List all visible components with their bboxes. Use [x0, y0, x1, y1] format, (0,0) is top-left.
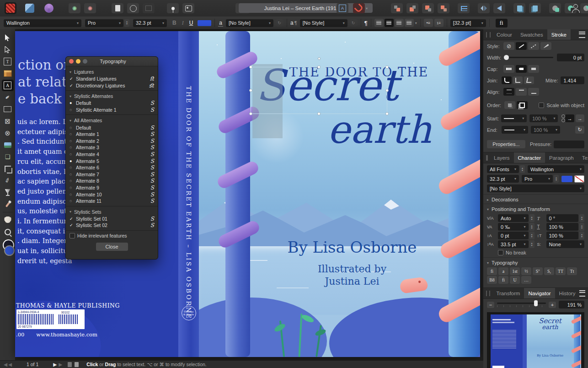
last-page-icon[interactable]: ▶ — [59, 362, 62, 367]
typography-feature-button[interactable]: S, — [544, 267, 554, 275]
node-tool[interactable] — [2, 44, 14, 55]
pen-tool[interactable]: ✒ — [2, 92, 14, 103]
font-size-select[interactable]: 32.3 pt — [133, 19, 167, 27]
arrow-end-button[interactable]: → — [576, 114, 584, 122]
selection-handle[interactable] — [385, 65, 389, 69]
zoom-out-button[interactable]: − — [487, 302, 494, 308]
v-scale-field[interactable]: 100 % — [546, 232, 579, 239]
snapping-magnet-icon[interactable] — [353, 3, 365, 13]
font-collection-select[interactable]: All Fonts — [487, 165, 519, 173]
tab-colour[interactable]: Colour — [492, 29, 516, 40]
place-image-tool[interactable] — [2, 139, 14, 151]
designer-app-icon[interactable] — [24, 2, 36, 14]
alternate-option[interactable]: ○Alternate 11S — [66, 198, 158, 205]
zoom-slider-knob[interactable] — [534, 300, 538, 306]
selection-handle[interactable] — [317, 65, 321, 69]
alternate-option[interactable]: ○Alternate 4S — [66, 151, 158, 158]
alternate-option[interactable]: ●Alternate 5S — [66, 157, 158, 164]
alignment-more-chevron[interactable]: ▾ — [415, 21, 417, 25]
cover-illustrated-by[interactable]: Illustrated by — [261, 263, 444, 275]
typography-feature-button[interactable]: ½ — [521, 267, 531, 275]
selection-bounding-box[interactable] — [251, 67, 387, 114]
move-forward-icon[interactable] — [406, 3, 418, 13]
vector-crop-tool[interactable] — [2, 163, 14, 174]
join-round-button[interactable] — [502, 76, 512, 84]
width-slider-knob[interactable] — [504, 55, 509, 60]
align-left-button[interactable] — [374, 19, 384, 27]
selection-handle[interactable] — [249, 89, 252, 92]
cover-author[interactable]: By Lisa Osborne — [261, 238, 444, 256]
alignment-icon[interactable] — [458, 3, 470, 13]
colour-picker-tool[interactable] — [2, 199, 14, 210]
underline-button[interactable]: U — [189, 20, 193, 26]
text-flow-icon[interactable]: A — [337, 3, 348, 13]
stylistic-set-option[interactable]: ✓Stylistic Set 02S — [66, 222, 158, 229]
align-outside-button[interactable] — [528, 88, 539, 96]
document-setup-gear-icon[interactable]: ✺ — [69, 3, 80, 13]
stroke-none-button[interactable]: ⊘ — [503, 42, 514, 50]
flip-vertical-icon[interactable] — [493, 3, 505, 13]
tab-swatches[interactable]: Swatches — [516, 29, 547, 40]
panel-menu-icon[interactable] — [579, 32, 585, 38]
shear-field[interactable]: 0 ° — [546, 214, 579, 222]
alternate-option[interactable]: ○Alternate 8S — [66, 178, 158, 184]
zoom-value-field[interactable]: 191 % — [559, 301, 584, 308]
alternate-option[interactable]: ○Alternate 3S — [66, 144, 158, 151]
hide-irrelevant-checkbox[interactable] — [69, 233, 75, 238]
typography-feature-button[interactable]: … — [521, 276, 531, 284]
minimize-traffic-light[interactable] — [76, 59, 80, 64]
collection-stepper[interactable]: ▴▾ — [520, 165, 525, 173]
alternate-option[interactable]: ○Alternate 2S — [66, 138, 158, 145]
end-style-select[interactable] — [502, 126, 528, 134]
leading-select[interactable]: [32.3 pt] — [450, 19, 486, 27]
picture-frame-ellipse-tool[interactable]: ⊗ — [2, 127, 14, 139]
spread-view-icon[interactable] — [75, 362, 79, 367]
tab-navigator[interactable]: Navigator — [524, 288, 555, 298]
typography-feature-button[interactable]: B8 — [487, 276, 497, 284]
selection-handle[interactable] — [249, 112, 252, 115]
fill-stroke-colour-selector[interactable] — [2, 238, 14, 256]
variant-stepper[interactable]: ▴▾ — [124, 19, 129, 27]
end-scale-select[interactable]: 100 % — [531, 126, 560, 134]
frame-text-tool[interactable]: T — [2, 56, 14, 67]
character-style-select[interactable]: [No Style] — [226, 19, 273, 27]
align-centre-button[interactable] — [503, 88, 514, 96]
page-icon[interactable] — [112, 3, 123, 13]
character-font-select[interactable]: Wallington — [528, 165, 584, 173]
typography-dialog-titlebar[interactable]: Typography — [66, 57, 158, 66]
paragraph-style-select[interactable]: [No Style] — [300, 19, 347, 27]
typography-feature-button[interactable]: Tt — [567, 267, 577, 275]
publisher-app-icon[interactable] — [5, 2, 16, 14]
character-text-style-select[interactable]: [No Style] — [487, 184, 584, 192]
fill-tool[interactable]: ✐ — [2, 175, 14, 186]
panel-menu-icon[interactable] — [579, 290, 585, 297]
close-button[interactable]: Close — [96, 243, 128, 251]
align-inside-button[interactable] — [516, 88, 527, 96]
cap-butt-button[interactable] — [503, 65, 514, 73]
transparency-tool[interactable] — [2, 187, 14, 198]
text-colour-swatch[interactable] — [198, 20, 211, 26]
pinboard-icon[interactable] — [182, 3, 194, 13]
stylistic-alternate-option[interactable]: ○Stylistic Alternate 1S — [66, 107, 158, 114]
no-break-checkbox[interactable] — [498, 250, 503, 255]
h-scale-field[interactable]: 100 % — [546, 223, 579, 231]
mitre-value-field[interactable]: 1.414 — [561, 76, 584, 84]
start-scale-select[interactable]: 100 % — [529, 114, 558, 122]
stroke-solid-button[interactable] — [516, 42, 527, 50]
alternate-option[interactable]: ○Alternate 6S — [66, 164, 158, 171]
photo-app-icon[interactable] — [43, 2, 55, 14]
stylistic-set-option[interactable]: ✓Stylistic Set 01S — [66, 216, 158, 222]
alternate-option[interactable]: ○DefaultS — [66, 124, 158, 131]
move-to-front-icon[interactable] — [391, 3, 403, 13]
pressure-field[interactable] — [554, 141, 584, 148]
hide-irrelevant-row[interactable]: Hide irrelevant features — [66, 231, 158, 241]
previous-page-icon[interactable]: ◀ — [8, 362, 12, 367]
align-center-button[interactable] — [385, 19, 394, 27]
next-page-icon[interactable]: ▶ — [53, 362, 57, 367]
show-special-chars-button[interactable]: ¶ — [364, 20, 368, 27]
link-start-end-icon[interactable] — [561, 114, 565, 122]
typography-feature-button[interactable]: TT — [556, 267, 566, 275]
character-variant-select[interactable]: Pro — [522, 175, 553, 183]
table-tool[interactable] — [2, 68, 14, 79]
alternate-option[interactable]: ○Alternate 1S — [66, 131, 158, 138]
